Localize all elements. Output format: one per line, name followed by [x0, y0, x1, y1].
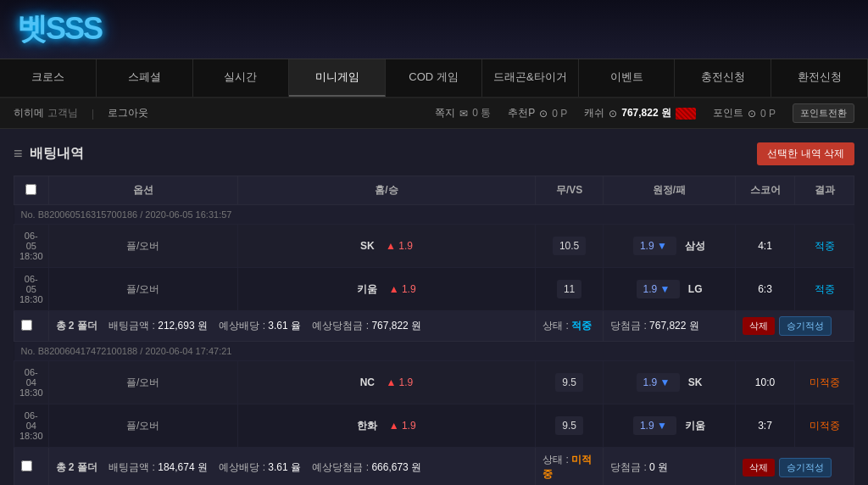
nav-realtime[interactable]: 실시간: [193, 59, 290, 97]
nav-deposit[interactable]: 충전신청: [675, 59, 771, 97]
summary-actions-2: 삭제 승기적성: [736, 448, 854, 486]
odds-away-icon-1-1: 1.9 ▼: [633, 237, 676, 255]
odds-away-icon-1-2: 1.9 ▼: [637, 280, 680, 298]
bet-option-2-1: 플/오버: [48, 361, 237, 404]
summary-total-1: 총 2 폴더 배팅금액 : 212,693 원 예상배당 : 3.61 율 예상…: [48, 311, 536, 342]
mail-count: 0 통: [472, 106, 491, 120]
th-vs: 무/VS: [536, 176, 604, 205]
odds-away-icon-2-1: 1.9 ▼: [637, 373, 680, 392]
nav-event[interactable]: 이벤트: [579, 59, 676, 97]
nav-cross[interactable]: 크로스: [0, 59, 97, 97]
bet-result-1-2: 적중: [795, 268, 854, 311]
betting-table: 옵션 홈/승 무/VS 원정/패 스코어 결과 No. B82006051631…: [14, 176, 854, 485]
logout-btn[interactable]: 로그아웃: [108, 106, 148, 120]
nav-dragon[interactable]: 드래곤&타이거: [482, 59, 579, 97]
recommend-label: 추천P: [508, 106, 535, 120]
th-result: 결과: [795, 176, 854, 205]
bet-result-1-1: 적중: [795, 225, 854, 268]
bet-result-2-1: 미적중: [795, 361, 854, 404]
summary-row-1: 총 2 폴더 배팅금액 : 212,693 원 예상배당 : 3.61 율 예상…: [14, 311, 854, 342]
table-row: 06-05 18:30 플/오버 SK ▲ 1.9 10.5 1.9 ▼: [14, 225, 854, 268]
record-no-2: No. B820060417472100188 / 2020-06-04 17:…: [14, 342, 854, 361]
delete-btn-1[interactable]: 삭제: [743, 317, 775, 335]
delete-btn-2[interactable]: 삭제: [743, 459, 775, 477]
bet-score-1-2: 6:3: [736, 268, 795, 311]
convert-btn[interactable]: 포인트전환: [793, 103, 854, 123]
cash-label: 캐쉬: [584, 106, 604, 120]
bet-vs-2-2: 9.5: [536, 404, 604, 448]
table-row: 06-04 18:30 플/오버 한화 ▲ 1.9 9.5 1.9 ▼: [14, 404, 854, 448]
record-no-1: No. B820060516315700186 / 2020-06-05 16:…: [14, 205, 854, 225]
extended-btn-1[interactable]: 승기적성: [779, 316, 832, 336]
bet-home-2-1: NC ▲ 1.9: [237, 361, 535, 404]
record-header-1: No. B820060516315700186 / 2020-06-05 16:…: [14, 205, 854, 225]
bet-vs-2-1: 9.5: [536, 361, 604, 404]
cash-bar-icon: [676, 108, 696, 120]
logo: 벳SSS: [17, 8, 102, 50]
nav-special[interactable]: 스페셜: [97, 59, 193, 97]
main-nav: 크로스 스페셜 실시간 미니게임 COD 게임 드래곤&타이거 이벤트 충전신청…: [0, 59, 868, 98]
mail-item: 쪽지 ✉ 0 통: [435, 106, 491, 120]
summary-status-1: 상태 : 적중: [536, 311, 604, 342]
cash-value: 767,822 원: [621, 106, 671, 120]
bet-vs-1-2: 11: [536, 268, 604, 311]
bet-home-2-2: 한화 ▲ 1.9: [237, 404, 535, 448]
summary-status-2: 상태 : 미적중: [536, 448, 604, 486]
th-option: 옵션: [48, 176, 237, 205]
points-icon: ⊙: [748, 108, 756, 120]
header: 벳SSS: [0, 0, 868, 59]
table-row: 06-05 18:30 플/오버 키움 ▲ 1.9 11 1.9 ▼: [14, 268, 854, 311]
odds-away-icon-2-2: 1.9 ▼: [633, 416, 676, 435]
recommend-value: 0 P: [552, 108, 567, 120]
bet-score-1-1: 4:1: [736, 225, 795, 268]
odds-up-icon-2-1: ▲: [386, 376, 396, 388]
th-score: 스코어: [736, 176, 795, 205]
bet-option-1-1: 플/오버: [48, 225, 237, 268]
bet-result-2-2: 미적중: [795, 404, 854, 448]
points-label: 포인트: [713, 106, 743, 120]
summary-win-2: 당첨금 : 0 원: [604, 448, 736, 486]
bet-score-2-1: 10:0: [736, 361, 795, 404]
bet-score-2-2: 3:7: [736, 404, 795, 448]
th-checkbox: [14, 176, 49, 205]
section-title: 배팅내역: [14, 145, 84, 163]
cash-item: 캐쉬 ⊙ 767,822 원: [584, 106, 696, 120]
odds-up-icon-1-2: ▲: [389, 283, 399, 295]
divider1: |: [92, 108, 94, 120]
bet-home-1-1: SK ▲ 1.9: [237, 225, 535, 268]
summary-checkbox-1-input[interactable]: [21, 320, 32, 331]
summary-checkbox-2: [14, 448, 49, 486]
bet-date-2-1: 06-04 18:30: [14, 361, 49, 404]
delete-selected-btn[interactable]: 선택한 내역 삭제: [757, 142, 854, 165]
cash-icon: ⊙: [609, 108, 617, 120]
mail-label: 쪽지: [435, 106, 455, 120]
extended-btn-2[interactable]: 승기적성: [779, 458, 832, 477]
bet-option-2-2: 플/오버: [48, 404, 237, 448]
odds-up-icon-2-2: ▲: [389, 420, 399, 432]
bet-date-1-2: 06-05 18:30: [14, 268, 49, 311]
recommend-item: 추천P ⊙ 0 P: [508, 106, 567, 120]
recommend-icon: ⊙: [539, 108, 548, 120]
bet-away-1-1: 1.9 ▼ 삼성: [604, 225, 736, 268]
th-away: 원정/패: [604, 176, 736, 205]
main-content: 배팅내역 선택한 내역 삭제 옵션 홈/승 무/VS 원정/패 스코어 결과 N…: [0, 129, 868, 485]
summary-checkbox-2-input[interactable]: [21, 460, 32, 471]
points-item: 포인트 ⊙ 0 P: [713, 106, 776, 120]
section-header: 배팅내역 선택한 내역 삭제: [14, 142, 854, 165]
nav-withdraw[interactable]: 환전신청: [771, 59, 868, 97]
summary-total-2: 총 2 폴더 배팅금액 : 184,674 원 예상배당 : 3.61 율 예상…: [48, 448, 536, 486]
th-home: 홈/승: [237, 176, 535, 205]
summary-row-2: 총 2 폴더 배팅금액 : 184,674 원 예상배당 : 3.61 율 예상…: [14, 448, 854, 486]
user-info: 히히메 고객님: [14, 106, 78, 120]
select-all-checkbox[interactable]: [25, 184, 36, 195]
bet-date-1-1: 06-05 18:30: [14, 225, 49, 268]
bet-away-2-1: 1.9 ▼ SK: [604, 361, 736, 404]
summary-win-1: 당첨금 : 767,822 원: [604, 311, 736, 342]
bet-away-2-2: 1.9 ▼ 키움: [604, 404, 736, 448]
user-bar: 히히메 고객님 | 로그아웃 쪽지 ✉ 0 통 추천P ⊙ 0 P 캐쉬 ⊙ 7…: [0, 98, 868, 129]
nav-minigame[interactable]: 미니게임: [289, 59, 386, 97]
username: 히히메: [14, 106, 44, 120]
nav-cod[interactable]: COD 게임: [386, 59, 482, 97]
bet-vs-1-1: 10.5: [536, 225, 604, 268]
mail-icon: ✉: [459, 108, 468, 120]
